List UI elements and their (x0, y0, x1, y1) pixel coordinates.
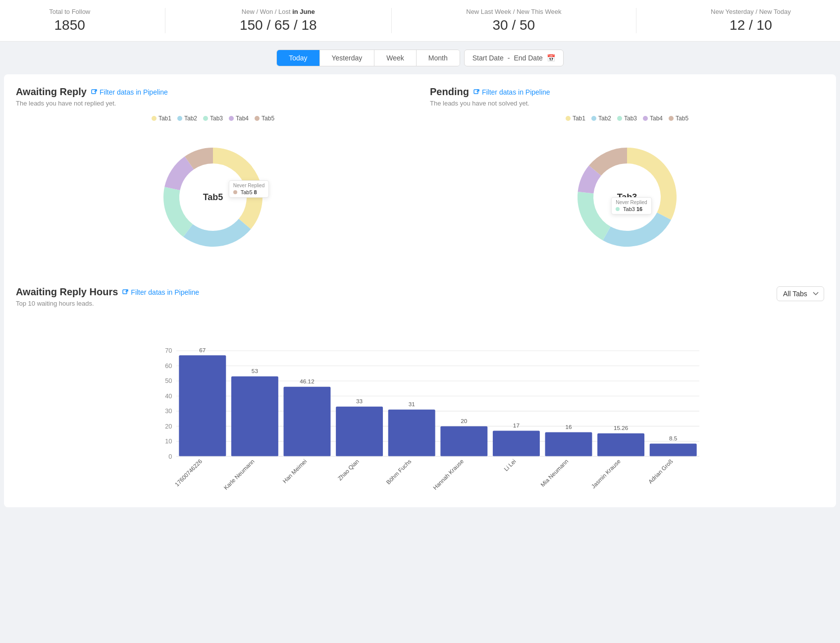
new-won-lost-stat: New / Won / Lost in June 150 / 65 / 18 (240, 8, 317, 33)
svg-text:20: 20 (165, 423, 172, 430)
total-to-follow-stat: Total to Follow 1850 (49, 8, 90, 33)
stat-divider-2 (391, 8, 392, 33)
awaiting-reply-hours-subtitle: Top 10 waiting hours leads. (16, 300, 199, 307)
svg-text:0: 0 (168, 453, 172, 460)
new-days-stat: New Yesterday / New Today 12 / 10 (711, 8, 791, 33)
svg-text:8.5: 8.5 (669, 435, 678, 441)
pending-donut: Tab3 Never Replied Tab3 16 (430, 128, 824, 267)
legend-item: Tab2 (177, 115, 197, 122)
svg-text:10: 10 (165, 437, 172, 445)
svg-text:Jasmin Krause: Jasmin Krause (590, 458, 622, 489)
charts-row: Awaiting Reply Filter datas in Pipeline … (16, 86, 824, 267)
calendar-icon: 📅 (547, 54, 555, 62)
awaiting-reply-center-label: Tab5 (203, 192, 223, 203)
awaiting-reply-donut: Tab5 Never Replied Tab5 8 (16, 128, 410, 267)
top-stats-bar: Total to Follow 1850 New / Won / Lost in… (0, 0, 840, 42)
bar-chart-area: 010203040506070671760074622653Karle Neum… (16, 327, 824, 495)
main-content: Awaiting Reply Filter datas in Pipeline … (4, 74, 836, 507)
legend-item: Tab1 (566, 115, 585, 122)
svg-text:33: 33 (356, 398, 363, 404)
stat-divider-1 (165, 8, 165, 33)
svg-rect-37 (493, 431, 540, 457)
filter-today-button[interactable]: Today (277, 50, 319, 66)
svg-text:Mia Neumann: Mia Neumann (539, 458, 570, 488)
svg-text:Böhm Fuchs: Böhm Fuchs (385, 458, 413, 485)
tabs-select[interactable]: All TabsTab1Tab2Tab3Tab4Tab5 (777, 286, 824, 301)
external-link-icon-3 (122, 289, 129, 296)
svg-rect-34 (440, 426, 487, 456)
external-link-icon (91, 89, 98, 96)
svg-text:Li Lei: Li Lei (503, 458, 517, 472)
pending-center-label: Tab3 (617, 192, 637, 203)
bottom-header: Awaiting Reply Hours Filter datas in Pip… (16, 286, 824, 315)
svg-rect-22 (231, 376, 278, 457)
total-to-follow-value: 1850 (49, 17, 90, 33)
svg-text:20: 20 (461, 418, 468, 424)
awaiting-reply-filter-link[interactable]: Filter datas in Pipeline (91, 88, 168, 96)
pending-filter-link[interactable]: Filter datas in Pipeline (473, 88, 550, 96)
new-weeks-label: New Last Week / New This Week (466, 8, 561, 15)
svg-text:17600746226: 17600746226 (173, 458, 203, 487)
new-days-value: 12 / 10 (711, 17, 791, 33)
awaiting-reply-title: Awaiting Reply Filter datas in Pipeline (16, 86, 168, 98)
legend-item: Tab3 (203, 115, 223, 122)
awaiting-reply-hours-title: Awaiting Reply Hours Filter datas in Pip… (16, 286, 199, 298)
start-date-label: Start Date (472, 54, 504, 62)
svg-text:16: 16 (565, 424, 572, 430)
awaiting-reply-section: Awaiting Reply Filter datas in Pipeline … (16, 86, 410, 267)
external-link-icon-2 (473, 89, 480, 96)
pending-section: Pending Filter datas in Pipeline The lea… (430, 86, 824, 267)
end-date-label: End Date (514, 54, 542, 62)
awaiting-reply-subtitle: The leads you have not replied yet. (16, 100, 410, 107)
legend-item: Tab2 (591, 115, 611, 122)
legend-item: Tab1 (152, 115, 171, 122)
new-weeks-value: 30 / 50 (466, 17, 561, 33)
svg-text:Karle Neumann: Karle Neumann (222, 458, 256, 491)
svg-rect-25 (284, 387, 331, 457)
filter-button-group: Today Yesterday Week Month (276, 50, 460, 66)
svg-text:Adrian Groß: Adrian Groß (647, 458, 674, 484)
svg-text:46.12: 46.12 (300, 378, 314, 384)
legend-item: Tab5 (669, 115, 688, 122)
bar-chart: 010203040506070671760074622653Karle Neum… (36, 335, 824, 493)
svg-text:53: 53 (252, 368, 258, 374)
awaiting-reply-hours-section: Awaiting Reply Hours Filter datas in Pip… (16, 286, 824, 495)
svg-rect-43 (597, 433, 644, 457)
pending-legend: Tab1Tab2Tab3Tab4Tab5 (430, 115, 824, 122)
svg-text:31: 31 (409, 401, 415, 407)
svg-text:30: 30 (165, 407, 172, 415)
stat-divider-3 (636, 8, 636, 33)
date-range-button[interactable]: Start Date - End Date 📅 (464, 50, 564, 66)
filter-week-button[interactable]: Week (374, 50, 417, 66)
svg-rect-19 (179, 355, 226, 456)
svg-text:40: 40 (165, 392, 172, 400)
svg-text:60: 60 (165, 362, 172, 370)
legend-item: Tab4 (643, 115, 663, 122)
date-separator: - (508, 54, 510, 62)
svg-rect-31 (388, 410, 435, 456)
svg-text:70: 70 (165, 347, 172, 354)
filter-month-button[interactable]: Month (417, 50, 460, 66)
svg-text:Zhao Qian: Zhao Qian (336, 458, 360, 482)
pending-subtitle: The leads you have not solved yet. (430, 100, 824, 107)
legend-item: Tab5 (255, 115, 274, 122)
svg-text:15.26: 15.26 (614, 425, 628, 431)
svg-text:Hannah Krause: Hannah Krause (431, 458, 465, 491)
total-to-follow-label: Total to Follow (49, 8, 90, 15)
legend-item: Tab3 (617, 115, 637, 122)
new-won-lost-label: New / Won / Lost in June (240, 8, 317, 15)
svg-text:Han Meimei: Han Meimei (281, 458, 308, 484)
filter-bar: Today Yesterday Week Month Start Date - … (0, 42, 840, 74)
pending-title: Pending Filter datas in Pipeline (430, 86, 550, 98)
svg-rect-46 (650, 443, 697, 456)
svg-rect-28 (336, 407, 383, 457)
svg-rect-40 (545, 432, 592, 457)
new-weeks-stat: New Last Week / New This Week 30 / 50 (466, 8, 561, 33)
bottom-title-area: Awaiting Reply Hours Filter datas in Pip… (16, 286, 199, 315)
awaiting-reply-hours-filter-link[interactable]: Filter datas in Pipeline (122, 288, 199, 296)
svg-text:17: 17 (513, 422, 520, 429)
svg-text:67: 67 (199, 347, 206, 353)
new-days-label: New Yesterday / New Today (711, 8, 791, 15)
filter-yesterday-button[interactable]: Yesterday (320, 50, 375, 66)
new-won-lost-value: 150 / 65 / 18 (240, 17, 317, 33)
